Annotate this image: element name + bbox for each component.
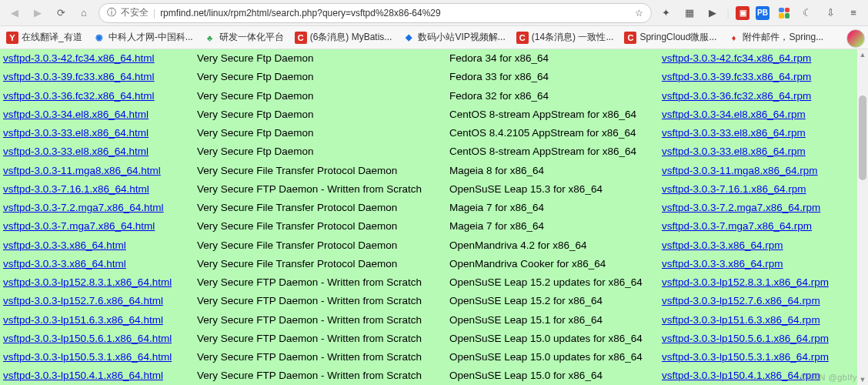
bookmark-item[interactable]: ◉中科人才网-中国科... <box>93 31 193 44</box>
description-cell: Very Secure Ftp Daemon <box>194 124 446 142</box>
description-cell: Very Secure FTP Daemon - Written from Sc… <box>194 348 446 367</box>
rpm-link[interactable]: vsftpd-3.0.3-34.el8.x86_64.rpm <box>662 109 806 120</box>
qrcode-icon[interactable]: ▦ <box>681 5 698 22</box>
bookmark-item[interactable]: C(14条消息) 一致性... <box>516 31 614 44</box>
distribution-cell: OpenSuSE Leap 15.0 updates for x86_64 <box>446 348 659 367</box>
browser-toolbar: ◀ ▶ ⟳ ⌂ ⓘ 不安全 | rpmfind.net/linux/rpm2ht… <box>0 0 868 26</box>
bookmark-favicon: C <box>295 32 307 44</box>
distribution-cell: OpenSuSE Leap 15.2 for x86_64 <box>446 292 659 310</box>
html-link[interactable]: vsftpd-3.0.3-3.x86_64.html <box>3 239 126 251</box>
rpm-link[interactable]: vsftpd-3.0.3-7.16.1.x86_64.rpm <box>662 183 806 195</box>
html-link[interactable]: vsftpd-3.0.3-lp150.5.3.1.x86_64.html <box>3 351 172 363</box>
html-link[interactable]: vsftpd-3.0.3-33.el8.x86_64.html <box>3 146 149 157</box>
scroll-down-arrow[interactable]: ▼ <box>857 374 868 385</box>
shield-icon[interactable]: ▶ <box>704 5 721 22</box>
bookmark-label: 研发一体化平台 <box>219 31 284 44</box>
rpm-link[interactable]: vsftpd-3.0.3-lp152.7.6.x86_64.rpm <box>662 295 820 306</box>
star-icon[interactable]: ☆ <box>635 8 643 18</box>
bookmark-label: SpringCloud微服... <box>639 31 716 44</box>
rpm-link[interactable]: vsftpd-3.0.3-11.mga8.x86_64.rpm <box>662 165 818 176</box>
rpm-link[interactable]: vsftpd-3.0.3-36.fc32.x86_64.rpm <box>662 90 811 102</box>
rpm-link[interactable]: vsftpd-3.0.3-3.x86_64.rpm <box>662 239 783 251</box>
distribution-cell: OpenSuSE Leap 15.1 for x86_64 <box>446 311 659 330</box>
scroll-up-arrow[interactable]: ▲ <box>857 49 868 60</box>
table-row: vsftpd-3.0.3-7.2.mga7.x86_64.htmlVery Se… <box>0 199 868 217</box>
bookmark-favicon: C <box>624 32 636 44</box>
rpm-link[interactable]: vsftpd-3.0.3-lp151.6.3.x86_64.rpm <box>662 314 820 326</box>
table-row: vsftpd-3.0.3-lp151.6.3.x86_64.htmlVery S… <box>0 311 868 330</box>
rpm-link[interactable]: vsftpd-3.0.3-7.mga7.x86_64.rpm <box>662 220 812 232</box>
description-cell: Very Secure Ftp Daemon <box>194 68 446 86</box>
rpm-link[interactable]: vsftpd-3.0.3-lp150.5.3.1.x86_64.rpm <box>662 351 829 363</box>
bookmark-item[interactable]: C(6条消息) MyBatis... <box>295 31 392 44</box>
html-link[interactable]: vsftpd-3.0.3-lp151.6.3.x86_64.html <box>3 314 163 326</box>
extension-icon-1[interactable]: ▣ <box>736 6 749 20</box>
download-icon[interactable]: ⇩ <box>822 5 839 22</box>
distribution-cell: Fedora 34 for x86_64 <box>446 49 659 68</box>
description-cell: Very Secure FTP Daemon - Written from Sc… <box>194 367 446 385</box>
html-link[interactable]: vsftpd-3.0.3-7.16.1.x86_64.html <box>3 183 149 195</box>
table-row: vsftpd-3.0.3-36.fc32.x86_64.htmlVery Sec… <box>0 87 868 105</box>
html-link[interactable]: vsftpd-3.0.3-11.mga8.x86_64.html <box>3 165 161 176</box>
html-link[interactable]: vsftpd-3.0.3-lp150.4.1.x86_64.html <box>3 370 163 381</box>
html-link[interactable]: vsftpd-3.0.3-7.2.mga7.x86_64.html <box>3 202 164 213</box>
html-link[interactable]: vsftpd-3.0.3-lp152.8.3.1.x86_64.html <box>3 276 172 288</box>
html-link[interactable]: vsftpd-3.0.3-36.fc32.x86_64.html <box>3 90 155 102</box>
rpm-link[interactable]: vsftpd-3.0.3-3.x86_64.rpm <box>662 258 783 270</box>
scroll-thumb[interactable] <box>859 95 866 180</box>
extension-grid-icon[interactable] <box>776 5 793 22</box>
description-cell: Very Secure Ftp Daemon <box>194 105 446 124</box>
extension-icon-2[interactable]: PB <box>756 6 770 20</box>
html-link[interactable]: vsftpd-3.0.3-3.x86_64.html <box>3 258 126 270</box>
rpm-link[interactable]: vsftpd-3.0.3-lp150.4.1.x86_64.rpm <box>662 370 820 381</box>
rpm-link[interactable]: vsftpd-3.0.3-7.2.mga7.x86_64.rpm <box>662 202 820 213</box>
bookmark-item[interactable]: ♦附件邮件，Spring... <box>727 31 823 44</box>
back-button[interactable]: ◀ <box>6 5 23 22</box>
rpm-link[interactable]: vsftpd-3.0.3-39.fc33.x86_64.rpm <box>662 71 811 82</box>
table-row: vsftpd-3.0.3-lp150.5.3.1.x86_64.htmlVery… <box>0 348 868 367</box>
url-text: rpmfind.net/linux/rpm2html/search.php?qu… <box>160 8 629 18</box>
table-row: vsftpd-3.0.3-7.16.1.x86_64.htmlVery Secu… <box>0 180 868 199</box>
vertical-scrollbar[interactable]: ▲ ▼ <box>857 49 868 385</box>
distribution-cell: OpenSuSE Leap 15.0 for x86_64 <box>446 367 659 385</box>
html-link[interactable]: vsftpd-3.0.3-33.el8.x86_64.html <box>3 127 149 139</box>
home-button[interactable]: ⌂ <box>75 5 92 22</box>
distribution-cell: OpenSuSE Leap 15.2 updates for x86_64 <box>446 273 659 292</box>
html-link[interactable]: vsftpd-3.0.3-42.fc34.x86_64.html <box>3 52 155 64</box>
html-link[interactable]: vsftpd-3.0.3-39.fc33.x86_64.html <box>3 71 155 82</box>
bookmark-favicon: ♦ <box>727 32 739 44</box>
distribution-cell: CentOS 8.4.2105 AppStream for x86_64 <box>446 124 659 142</box>
bookmark-item[interactable]: CSpringCloud微服... <box>624 31 716 44</box>
html-link[interactable]: vsftpd-3.0.3-lp152.7.6.x86_64.html <box>3 295 163 306</box>
bookmark-favicon: Y <box>6 32 18 44</box>
forward-button[interactable]: ▶ <box>29 5 46 22</box>
distribution-cell: CentOS 8-stream AppStream for x86_64 <box>446 142 659 161</box>
description-cell: Very Secure FTP Daemon - Written from Sc… <box>194 292 446 310</box>
rpm-link[interactable]: vsftpd-3.0.3-42.fc34.x86_64.rpm <box>662 52 811 64</box>
distribution-cell: OpenMandriva 4.2 for x86_64 <box>446 236 659 255</box>
rpm-link[interactable]: vsftpd-3.0.3-33.el8.x86_64.rpm <box>662 146 806 157</box>
rpm-link[interactable]: vsftpd-3.0.3-lp152.8.3.1.x86_64.rpm <box>662 276 829 288</box>
info-icon: ⓘ <box>107 6 116 19</box>
description-cell: Very Secure Ftp Daemon <box>194 49 446 68</box>
menu-icon[interactable]: ≡ <box>845 5 862 22</box>
insecure-label: 不安全 <box>121 6 149 19</box>
bookmark-item[interactable]: ♣研发一体化平台 <box>204 31 284 44</box>
bookmark-label: 中科人才网-中国科... <box>108 31 193 44</box>
table-row: vsftpd-3.0.3-3.x86_64.htmlVery Secure Fi… <box>0 236 868 255</box>
distribution-cell: Fedora 33 for x86_64 <box>446 68 659 86</box>
reload-button[interactable]: ⟳ <box>52 5 69 22</box>
description-cell: Very Secure File Transfer Protocol Daemo… <box>194 255 446 273</box>
html-link[interactable]: vsftpd-3.0.3-34.el8.x86_64.html <box>3 109 149 120</box>
html-link[interactable]: vsftpd-3.0.3-lp150.5.6.1.x86_64.html <box>3 333 172 344</box>
profile-avatar[interactable] <box>846 29 865 48</box>
bookmark-item[interactable]: Y在线翻译_有道 <box>6 31 82 44</box>
dark-mode-icon[interactable]: ☾ <box>799 5 816 22</box>
rpm-link[interactable]: vsftpd-3.0.3-33.el8.x86_64.rpm <box>662 127 806 139</box>
address-bar[interactable]: ⓘ 不安全 | rpmfind.net/linux/rpm2html/searc… <box>98 3 652 23</box>
rpm-link[interactable]: vsftpd-3.0.3-lp150.5.6.1.x86_64.rpm <box>662 333 829 344</box>
html-link[interactable]: vsftpd-3.0.3-7.mga7.x86_64.html <box>3 220 155 232</box>
bookmark-item[interactable]: ◆数码小站VIP视频解... <box>402 31 505 44</box>
translate-icon[interactable]: ✦ <box>658 5 675 22</box>
description-cell: Very Secure Ftp Daemon <box>194 87 446 105</box>
